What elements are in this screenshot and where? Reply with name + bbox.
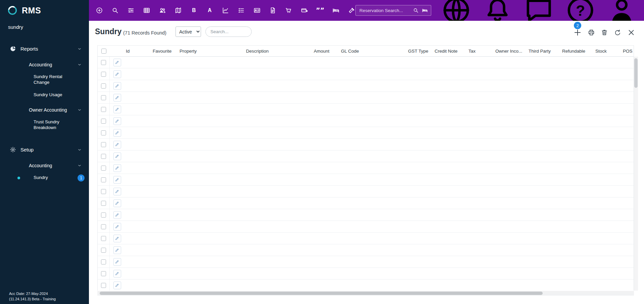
checklist-icon[interactable]: [238, 7, 245, 14]
edit-row-button[interactable]: [113, 153, 121, 160]
row-checkbox[interactable]: [101, 248, 106, 253]
row-checkbox[interactable]: [101, 189, 106, 194]
edit-row-button[interactable]: [113, 94, 121, 102]
column-header-gl-code[interactable]: GL Code: [340, 49, 407, 54]
column-header-pos[interactable]: POS: [622, 49, 634, 54]
chevron-down-icon[interactable]: [77, 147, 82, 152]
row-checkbox[interactable]: [101, 130, 106, 135]
chevron-down-icon[interactable]: [77, 108, 82, 112]
column-header-favourite[interactable]: Favourite: [151, 49, 178, 54]
column-header-refundable[interactable]: Refundable: [561, 49, 594, 54]
sidebar-item-reports[interactable]: Reports: [0, 42, 89, 56]
tools-icon[interactable]: [348, 7, 355, 14]
cart-icon[interactable]: [285, 7, 292, 14]
edit-row-button[interactable]: [113, 211, 121, 219]
edit-row-button[interactable]: [113, 246, 121, 254]
edit-row-button[interactable]: [113, 117, 121, 125]
sidebar-item-owner-accounting[interactable]: Owner Accounting: [0, 104, 89, 116]
row-checkbox[interactable]: [101, 72, 106, 77]
select-all-checkbox[interactable]: [101, 49, 106, 54]
sidebar-item-trust-sundry-breakdown[interactable]: Trust Sundry Breakdown: [0, 116, 89, 134]
row-checkbox[interactable]: [101, 212, 106, 218]
column-header-property[interactable]: Property: [178, 49, 245, 54]
edit-row-button[interactable]: [113, 176, 121, 184]
edit-row-button[interactable]: [113, 223, 121, 231]
row-checkbox[interactable]: [101, 142, 106, 147]
booking-chart-icon[interactable]: [143, 7, 150, 14]
id-card-icon[interactable]: [253, 7, 261, 14]
column-header-credit-note[interactable]: Credit Note: [433, 49, 467, 54]
row-checkbox[interactable]: [101, 154, 106, 159]
edit-row-button[interactable]: [113, 282, 121, 289]
plus-button[interactable]: 2: [573, 28, 582, 38]
column-header-amount[interactable]: Amount: [312, 49, 340, 54]
row-checkbox[interactable]: [101, 259, 106, 264]
line-chart-icon[interactable]: [222, 7, 229, 14]
sidebar-item-sundry-usage[interactable]: Sundry Usage: [0, 89, 89, 101]
edit-row-button[interactable]: [113, 188, 121, 195]
sidebar-item-accounting[interactable]: Accounting: [0, 160, 89, 172]
edit-row-button[interactable]: [113, 82, 121, 90]
row-checkbox[interactable]: [101, 95, 106, 100]
search-icon[interactable]: [413, 7, 419, 13]
refresh-button[interactable]: [614, 29, 622, 38]
edit-row-button[interactable]: [113, 235, 121, 242]
column-header-third-party[interactable]: Third Party: [527, 49, 561, 54]
edit-row-button[interactable]: [113, 258, 121, 266]
row-checkbox[interactable]: [101, 107, 106, 112]
reservation-search-input[interactable]: [359, 8, 410, 13]
sidebar-item-setup[interactable]: Setup: [0, 142, 89, 157]
column-header-stock[interactable]: Stock: [594, 49, 622, 54]
column-header-id[interactable]: Id: [125, 49, 151, 54]
search-icon[interactable]: [111, 7, 119, 14]
row-checkbox[interactable]: [101, 236, 106, 241]
column-header-gst-type[interactable]: GST Type: [407, 49, 433, 54]
row-checkbox[interactable]: [101, 224, 106, 229]
chevron-down-icon[interactable]: [77, 62, 82, 67]
sidebar-item-sundry-rental-change[interactable]: Sundry Rental Change: [0, 71, 89, 89]
edit-row-button[interactable]: [113, 164, 121, 172]
edit-row-button[interactable]: [113, 141, 121, 148]
row-checkbox[interactable]: [101, 177, 106, 182]
add-circle-icon[interactable]: [96, 7, 103, 14]
guests-icon[interactable]: [159, 7, 166, 14]
vertical-scrollbar[interactable]: [634, 57, 638, 291]
column-header-description[interactable]: Description: [245, 49, 312, 54]
bed-icon[interactable]: [422, 7, 428, 13]
edit-row-button[interactable]: [113, 270, 121, 278]
horizontal-scrollbar-thumb[interactable]: [100, 292, 543, 295]
row-checkbox[interactable]: [101, 166, 106, 171]
letter-a-icon[interactable]: A: [206, 7, 213, 14]
search-icon[interactable]: [242, 29, 248, 35]
quotes-icon[interactable]: ””: [316, 7, 324, 14]
chevron-down-icon[interactable]: [77, 163, 82, 168]
column-header-tax[interactable]: Tax: [467, 49, 494, 54]
table-search-input[interactable]: [210, 29, 240, 34]
bed-icon[interactable]: [332, 7, 340, 14]
app-logo[interactable]: RMS: [0, 0, 89, 21]
close-button[interactable]: [627, 28, 635, 38]
horizontal-scrollbar[interactable]: [97, 291, 634, 296]
map-icon[interactable]: [175, 7, 182, 14]
column-header-owner-inco[interactable]: Owner Inco...: [494, 49, 527, 54]
payment-icon[interactable]: [301, 7, 308, 14]
printer-button[interactable]: [588, 29, 595, 38]
menu-search-input[interactable]: [8, 24, 81, 30]
filters-icon[interactable]: [127, 7, 135, 14]
row-checkbox[interactable]: [101, 271, 106, 276]
chevron-down-icon[interactable]: [77, 47, 82, 51]
row-checkbox[interactable]: [101, 201, 106, 206]
edit-row-button[interactable]: [113, 70, 121, 78]
row-checkbox[interactable]: [101, 119, 106, 124]
sidebar-item-sundry[interactable]: Sundry1: [0, 172, 89, 184]
edit-row-button[interactable]: [113, 106, 121, 113]
row-checkbox[interactable]: [101, 83, 106, 88]
edit-row-button[interactable]: [113, 59, 121, 66]
row-checkbox[interactable]: [101, 283, 106, 288]
row-checkbox[interactable]: [101, 60, 106, 65]
letter-b-icon[interactable]: B: [190, 7, 198, 14]
vertical-scrollbar-thumb[interactable]: [634, 58, 638, 88]
report-icon[interactable]: [269, 7, 277, 14]
status-filter-select[interactable]: Active: [176, 26, 201, 37]
sidebar-item-accounting[interactable]: Accounting: [0, 59, 89, 71]
